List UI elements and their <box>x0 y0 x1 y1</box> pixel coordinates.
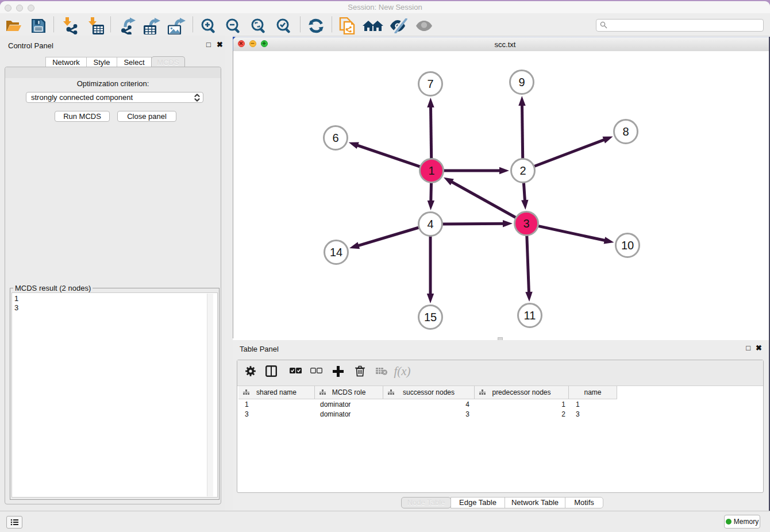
svg-text:9: 9 <box>518 76 525 88</box>
svg-text:10: 10 <box>621 239 634 252</box>
svg-text:14: 14 <box>330 246 342 259</box>
svg-text:11: 11 <box>524 309 536 322</box>
svg-text:4: 4 <box>427 218 433 230</box>
svg-text:8: 8 <box>622 125 629 138</box>
svg-text:6: 6 <box>332 132 338 144</box>
svg-text:1: 1 <box>428 164 434 177</box>
svg-text:3: 3 <box>523 217 529 230</box>
svg-text:7: 7 <box>427 78 433 90</box>
svg-text:15: 15 <box>424 311 437 323</box>
svg-text:2: 2 <box>519 164 526 177</box>
